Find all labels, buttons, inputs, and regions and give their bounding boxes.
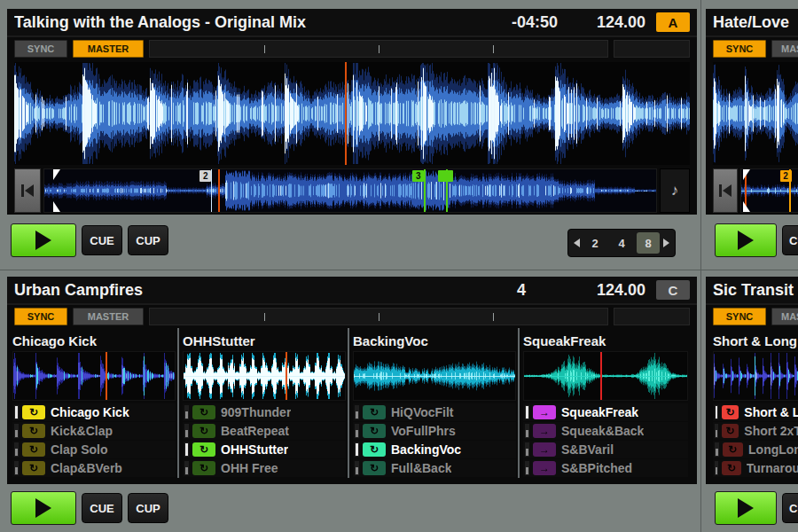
cue-marker-3[interactable]: 3	[412, 170, 424, 182]
master-button[interactable]: MASTER	[771, 308, 798, 325]
cell-volume-bar[interactable]	[14, 424, 19, 438]
sample-cell[interactable]: ↻ Short & Long	[713, 403, 798, 421]
loop-icon[interactable]: ↻	[722, 461, 741, 475]
slot-waveform[interactable]	[523, 351, 688, 401]
sample-cell[interactable]: ↻ BeatRepeat	[183, 422, 346, 440]
play-button[interactable]	[11, 491, 76, 525]
sync-button[interactable]: SYNC	[713, 40, 766, 58]
master-button[interactable]: MASTER	[73, 308, 144, 325]
loop-icon[interactable]: ↻	[363, 442, 386, 457]
oneshot-icon[interactable]: →	[533, 424, 556, 438]
sample-cell[interactable]: ↻ LongLong	[713, 441, 798, 458]
cell-volume-bar[interactable]	[525, 424, 529, 438]
oneshot-icon[interactable]: →	[533, 442, 556, 457]
move-size-option-2[interactable]: 2	[583, 232, 606, 254]
stripe-overview[interactable]: 2	[740, 168, 798, 213]
cell-volume-bar[interactable]	[184, 461, 189, 475]
deck-letter-badge[interactable]: A	[656, 12, 690, 32]
loop-icon[interactable]: ↻	[22, 405, 45, 419]
master-button[interactable]: MASTER	[771, 40, 798, 58]
sync-button[interactable]: SYNC	[14, 308, 67, 325]
quantize-note-button[interactable]: ♪	[660, 168, 690, 213]
sample-cell[interactable]: → S&BPitched	[523, 459, 688, 477]
slot-waveform[interactable]	[183, 351, 346, 401]
loop-icon[interactable]: ↻	[722, 424, 739, 438]
cue-button[interactable]: CUE	[782, 225, 798, 255]
loop-icon[interactable]: ↻	[192, 424, 215, 438]
cell-volume-bar[interactable]	[525, 442, 529, 457]
cue-marker-2[interactable]: 2	[780, 170, 792, 182]
loop-icon[interactable]: ↻	[192, 461, 215, 475]
cell-volume-bar[interactable]	[715, 424, 718, 438]
play-button[interactable]	[715, 491, 777, 525]
move-size-option-8[interactable]: 8	[637, 232, 660, 254]
cell-volume-bar[interactable]	[525, 461, 529, 475]
sample-cell[interactable]: ↻ OHH Free	[183, 459, 346, 477]
master-button[interactable]: MASTER	[73, 40, 144, 58]
cell-volume-bar[interactable]	[355, 461, 359, 475]
sample-cell[interactable]: ↻ Full&Back	[353, 459, 516, 477]
oneshot-icon[interactable]: →	[533, 405, 556, 419]
cup-button[interactable]: CUP	[128, 225, 168, 255]
cue-button[interactable]: CUE	[782, 493, 798, 523]
sample-cell[interactable]: ↻ Turnaround	[713, 459, 798, 477]
stripe-overview[interactable]: 2 3	[43, 168, 657, 213]
cell-volume-bar[interactable]	[525, 405, 529, 419]
cell-volume-bar[interactable]	[355, 442, 359, 457]
sample-cell[interactable]: ↻ HiQVocFilt	[353, 403, 516, 421]
cell-volume-bar[interactable]	[184, 442, 189, 457]
sync-button[interactable]: SYNC	[14, 40, 67, 58]
loop-icon[interactable]: ↻	[363, 461, 386, 475]
move-size-option-4[interactable]: 4	[610, 232, 633, 254]
slot-waveform[interactable]	[713, 351, 798, 401]
cell-volume-bar[interactable]	[355, 424, 359, 438]
cue-marker-2[interactable]: 2	[200, 170, 211, 182]
play-button[interactable]	[715, 223, 777, 257]
loop-icon[interactable]: ↻	[22, 442, 45, 457]
sample-cell[interactable]: → Squeak&Back	[523, 422, 688, 440]
loop-icon[interactable]: ↻	[722, 405, 739, 419]
cell-volume-bar[interactable]	[184, 424, 189, 438]
oneshot-icon[interactable]: →	[533, 461, 556, 475]
loop-marker[interactable]	[438, 170, 453, 182]
sample-cell[interactable]: → S&BVaril	[523, 441, 688, 458]
skip-to-start-button[interactable]	[713, 168, 738, 213]
sample-cell[interactable]: ↻ Short 2xTime	[713, 422, 798, 440]
loop-icon[interactable]: ↻	[22, 461, 45, 475]
sample-cell[interactable]: ↻ Kick&Clap	[12, 422, 176, 440]
cue-button[interactable]: CUE	[82, 225, 122, 255]
sync-button[interactable]: SYNC	[713, 308, 766, 325]
cell-volume-bar[interactable]	[355, 405, 359, 419]
loop-icon[interactable]: ↻	[192, 442, 215, 457]
sample-cell[interactable]: ↻ BackingVoc	[353, 441, 516, 458]
cell-volume-bar[interactable]	[184, 405, 189, 419]
sample-cell[interactable]: ↻ VoFullPhrs	[353, 422, 516, 440]
cue-button[interactable]: CUE	[82, 493, 122, 523]
sample-cell[interactable]: ↻ OHHStutter	[183, 441, 346, 458]
cell-volume-bar[interactable]	[715, 405, 718, 419]
loop-icon[interactable]: ↻	[22, 424, 45, 438]
cell-volume-bar[interactable]	[14, 461, 19, 475]
waveform-display[interactable]	[14, 62, 690, 165]
cell-volume-bar[interactable]	[715, 442, 719, 457]
slot-waveform[interactable]	[12, 351, 176, 401]
loop-icon[interactable]: ↻	[363, 405, 386, 419]
loop-icon[interactable]: ↻	[723, 442, 744, 457]
sample-cell[interactable]: ↻ Clap Solo	[12, 441, 176, 458]
sample-cell[interactable]: → SqueakFreak	[523, 403, 688, 421]
play-button[interactable]	[11, 223, 76, 257]
skip-to-start-button[interactable]	[14, 168, 41, 213]
loop-icon[interactable]: ↻	[363, 424, 386, 438]
sample-cell[interactable]: ↻ Chicago Kick	[12, 403, 176, 421]
sample-cell[interactable]: ↻ Clap&BVerb	[12, 459, 176, 477]
move-size-prev-icon[interactable]	[574, 239, 580, 247]
slot-waveform[interactable]	[353, 351, 516, 401]
sample-cell[interactable]: ↻ 909Thunder	[183, 403, 346, 421]
cell-volume-bar[interactable]	[14, 442, 19, 457]
cup-button[interactable]: CUP	[128, 493, 168, 523]
cell-volume-bar[interactable]	[14, 405, 19, 419]
move-size-next-icon[interactable]	[663, 239, 669, 247]
loop-icon[interactable]: ↻	[192, 405, 215, 419]
waveform-display[interactable]	[713, 62, 798, 165]
cell-volume-bar[interactable]	[715, 461, 718, 475]
